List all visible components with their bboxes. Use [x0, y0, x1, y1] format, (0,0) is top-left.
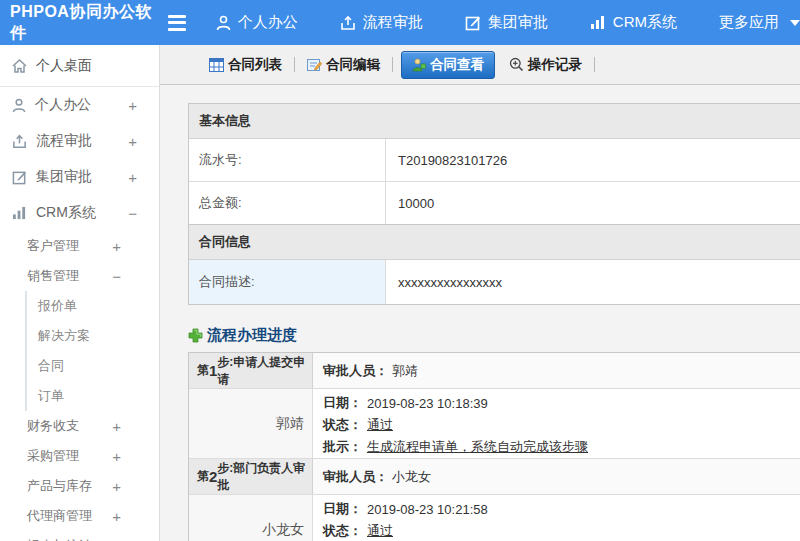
nav-label: CRM系统: [613, 13, 677, 32]
user-icon: [12, 98, 26, 113]
nav-group-approval[interactable]: 集团审批: [465, 13, 548, 32]
sidebar-item-sales-mgmt[interactable]: 销售管理 −: [0, 261, 159, 291]
tab-label: 合同编辑: [326, 56, 380, 74]
hamburger-menu-icon[interactable]: [168, 15, 186, 31]
sidebar-item-label: 合同: [38, 357, 64, 375]
sidebar-item-contract[interactable]: 合同: [25, 351, 159, 381]
collapse-icon[interactable]: −: [112, 268, 121, 285]
tab-separator: [392, 57, 393, 72]
sidebar-item-label: 采购管理: [27, 447, 79, 465]
expand-icon[interactable]: +: [112, 478, 121, 495]
sidebar-item-personal-office[interactable]: 个人办公 +: [0, 87, 159, 123]
sidebar-item-label: 个人桌面: [36, 57, 92, 75]
nav-label: 流程审批: [363, 13, 423, 32]
sidebar-item-label: 订单: [38, 387, 64, 405]
caret-down-icon: [790, 20, 800, 26]
top-nav: 个人办公 流程审批 集团审批 CRM系统 更多应用: [216, 13, 800, 32]
date-label: 日期：: [323, 394, 362, 412]
step-label: 第2步:部门负责人审批: [189, 459, 313, 494]
home-icon: [12, 59, 27, 73]
table-row: 流水号: T20190823101726: [189, 139, 800, 182]
nav-crm-system[interactable]: CRM系统: [590, 13, 677, 32]
tab-bar: 合同列表 合同编辑 合同查看 操作记录: [160, 45, 800, 85]
sidebar-item-quotation[interactable]: 报价单: [25, 291, 159, 321]
nav-personal-office[interactable]: 个人办公: [216, 13, 298, 32]
step-detail-row: 小龙女 日期：2019-08-23 10:21:58 状态：通过 批示：通过: [189, 495, 800, 541]
nav-workflow-approval[interactable]: 流程审批: [340, 13, 423, 32]
approver-label: 审批人员：: [323, 362, 388, 380]
tab-operation-log[interactable]: 操作记录: [505, 52, 586, 78]
contract-info-header: 合同信息: [189, 225, 800, 260]
approver-label: 审批人员：: [323, 468, 388, 486]
tab-separator: [594, 57, 595, 72]
workflow-icon: [340, 15, 356, 31]
user-icon: [216, 15, 231, 31]
sidebar-item-crm[interactable]: CRM系统 −: [0, 195, 159, 231]
contract-description-value: xxxxxxxxxxxxxxxx: [386, 260, 800, 304]
comment-value: 生成流程申请单，系统自动完成该步骤: [367, 438, 588, 456]
plus-icon: [188, 328, 203, 343]
step-header-row: 第2步:部门负责人审批 审批人员： 小龙女: [189, 459, 800, 495]
date-label: 日期：: [323, 500, 362, 518]
tab-label: 操作记录: [528, 56, 582, 74]
basic-info-header: 基本信息: [189, 104, 800, 139]
main-area: 合同列表 合同编辑 合同查看 操作记录 基本信息 流水号:: [160, 45, 800, 541]
bar-chart-icon: [12, 206, 27, 220]
sidebar-item-customer-mgmt[interactable]: 客户管理 +: [0, 231, 159, 261]
expand-icon[interactable]: +: [128, 169, 137, 186]
step-detail-row: 郭靖 日期：2019-08-23 10:18:39 状态：通过 批示：生成流程申…: [189, 389, 800, 459]
content-area: 基本信息 流水号: T20190823101726 总金额: 10000 合同信…: [160, 85, 800, 541]
nav-label: 个人办公: [238, 13, 298, 32]
sidebar-item-label: 集团审批: [36, 168, 92, 186]
sidebar-item-products[interactable]: 产品与库存 +: [0, 471, 159, 501]
comment-label: 批示：: [323, 438, 362, 456]
process-section-title: 流程办理进度: [188, 326, 800, 345]
sidebar-item-label: 财务收支: [27, 417, 79, 435]
nav-label: 集团审批: [488, 13, 548, 32]
tab-contract-list[interactable]: 合同列表: [205, 52, 286, 78]
expand-icon[interactable]: +: [128, 133, 137, 150]
sidebar-item-agents[interactable]: 代理商管理 +: [0, 501, 159, 531]
sidebar-item-purchase[interactable]: 采购管理 +: [0, 441, 159, 471]
table-icon: [209, 58, 224, 72]
step-label: 第1步:申请人提交申请: [189, 353, 313, 388]
sidebar-item-solution[interactable]: 解决方案: [25, 321, 159, 351]
sidebar-item-desktop[interactable]: 个人桌面: [0, 45, 159, 87]
tab-contract-view[interactable]: 合同查看: [401, 51, 495, 79]
collapse-icon[interactable]: −: [128, 205, 137, 222]
sidebar-item-label: 代理商管理: [27, 507, 92, 525]
expand-icon[interactable]: +: [128, 97, 137, 114]
tab-contract-edit[interactable]: 合同编辑: [303, 52, 384, 78]
tab-label: 合同查看: [430, 56, 484, 74]
sidebar-item-reports[interactable]: 报表与统计: [0, 531, 159, 541]
process-table: 第1步:申请人提交申请 审批人员： 郭靖 郭靖 日期：2019-08-23 10…: [188, 352, 800, 541]
sidebar-item-finance[interactable]: 财务收支 +: [0, 411, 159, 441]
tab-label: 合同列表: [228, 56, 282, 74]
table-row: 总金额: 10000: [189, 182, 800, 224]
expand-icon[interactable]: +: [112, 238, 121, 255]
total-amount-value: 10000: [386, 182, 800, 224]
sidebar-item-label: 报价单: [38, 297, 77, 315]
field-label: 流水号:: [189, 139, 386, 181]
edit-icon: [465, 15, 481, 31]
sidebar-item-workflow-approval[interactable]: 流程审批 +: [0, 123, 159, 159]
step-detail-cell: 日期：2019-08-23 10:18:39 状态：通过 批示：生成流程申请单，…: [313, 389, 800, 458]
expand-icon[interactable]: +: [112, 418, 121, 435]
approver-name: 郭靖: [392, 362, 418, 380]
step-detail-cell: 日期：2019-08-23 10:21:58 状态：通过 批示：通过: [313, 495, 800, 541]
approver-cell: 审批人员： 郭靖: [313, 353, 800, 388]
sidebar-item-group-approval[interactable]: 集团审批 +: [0, 159, 159, 195]
nav-label: 更多应用: [719, 13, 779, 32]
nav-more-apps[interactable]: 更多应用: [719, 13, 800, 32]
person-view-icon: [412, 58, 426, 72]
status-value: 通过: [367, 522, 393, 540]
sidebar-item-label: 产品与库存: [27, 477, 92, 495]
field-label: 总金额:: [189, 182, 386, 224]
table-row: 合同描述: xxxxxxxxxxxxxxxx: [189, 260, 800, 304]
sidebar-item-order[interactable]: 订单: [25, 381, 159, 411]
sidebar-item-label: 解决方案: [38, 327, 90, 345]
expand-icon[interactable]: +: [112, 448, 121, 465]
expand-icon[interactable]: +: [112, 508, 121, 525]
sidebar-item-label: 流程审批: [36, 132, 92, 150]
status-label: 状态：: [323, 522, 362, 540]
